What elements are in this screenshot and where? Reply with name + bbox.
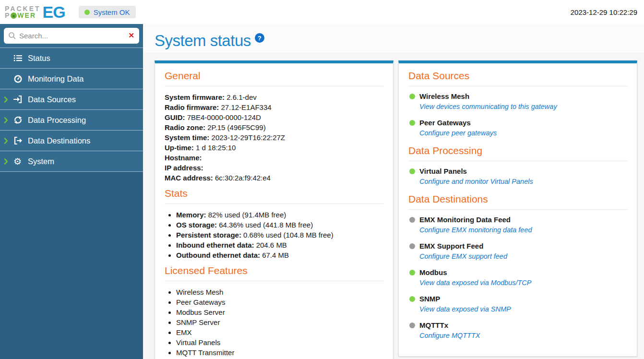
general-panel: General System firmware: 2.6.1-dev Radio… [155,60,394,359]
clear-search-icon[interactable]: ✕ [128,31,134,40]
service-entry: MQTTTx Configure MQTTTX [409,321,627,340]
sidebar-item-status[interactable]: Status [0,48,143,69]
service-name: MQTTTx [419,321,480,330]
list-item: Outbound ethernet data: 67.4 MB [176,250,383,260]
licensed-features-list: Wireless Mesh Peer Gateways Modbus Serve… [165,287,383,358]
sidebar-item-label: System [28,157,54,166]
field-row: Hostname: [165,153,383,163]
status-dot-icon [409,94,415,99]
service-entry: Modbus View data exposed via Modbus/TCP [409,268,627,287]
service-entry: EMX Support Feed Configure EMX support f… [409,242,627,261]
service-name: EMX Support Feed [419,242,507,251]
service-entry: Peer Gateways Configure peer gateways [409,119,627,137]
sidebar-item-data-processing[interactable]: Data Processing [0,110,143,131]
status-dot-icon [409,243,415,249]
sidebar-item-monitoring-data[interactable]: Monitoring Data [0,69,143,89]
sign-in-icon [13,95,28,104]
system-ok-badge[interactable]: System OK [79,6,136,18]
sidebar-item-label: Data Sources [28,95,76,104]
search-box: ✕ [4,28,139,44]
status-dot-icon [409,168,415,174]
sidebar-item-system[interactable]: ⚙ System [0,151,143,172]
field-row: MAC address: 6c:30:2a:f9:42:e4 [165,173,383,183]
sidebar-item-data-destinations[interactable]: Data Destinations [0,131,143,151]
service-link[interactable]: View data exposed via Modbus/TCP [419,279,531,287]
sidebar-nav: Status Monitoring Data Data [0,48,143,172]
status-dot-icon [409,270,415,275]
chevron-right-icon [4,158,13,165]
service-entry: SNMP View data exposed via SNMP [409,295,627,313]
main-content: System status ? General System firmware:… [143,24,644,359]
logo-product-text: EG [43,3,65,22]
logo-packet-text: PACKET [5,5,41,12]
chevron-right-icon [4,96,13,103]
field-row: System time: 2023-12-29T16:22:27Z [165,132,383,143]
list-item: MQTT Transmitter [176,347,383,358]
gear-icon: ⚙ [13,157,28,166]
field-row: System firmware: 2.6.1-dev [165,92,383,102]
status-dot-icon [409,296,415,302]
globe-icon [11,12,17,19]
sidebar-item-label: Monitoring Data [28,74,83,84]
app-logo[interactable]: PACKET PWER EG [5,3,65,22]
service-link[interactable]: Configure EMX support feed [419,252,507,260]
help-icon[interactable]: ? [255,33,264,43]
logo-power-text: P [5,12,10,19]
status-dot-icon [409,217,415,223]
list-item: OS storage: 64.36% used (441.8 MB free) [176,220,383,230]
search-input[interactable] [4,28,139,44]
sidebar-item-label: Status [28,54,50,63]
list-item: Peer Gateways [176,297,383,307]
service-entry: Virtual Panels Configure and monitor Vir… [409,167,627,186]
list-item: SNMP Server [176,317,383,327]
service-name: SNMP [419,295,511,303]
service-name: Wireless Mesh [419,92,557,101]
search-icon [8,32,16,42]
list-item: Persistent storage: 0.68% used (104.8 MB… [176,230,383,240]
service-name: Modbus [419,268,531,277]
list-icon [13,54,28,62]
clock: 2023-12-29 10:22:29 [571,8,637,16]
sidebar: ✕ Status Monitoring Data [0,24,143,359]
field-row: Radio zone: 2P.15 (496F5C99) [165,122,383,132]
field-row: Up-time: 1 d 18:25:10 [165,143,383,153]
list-item: Memory: 82% used (91.4MB free) [176,210,383,220]
list-item: Virtual Panels [176,337,383,347]
field-row: IP address: [165,163,383,173]
gauge-icon [13,74,28,84]
service-link[interactable]: View devices communicating to this gatew… [419,103,557,110]
section-heading-data-destinations: Data Destinations [408,193,627,205]
sidebar-item-label: Data Destinations [28,136,90,145]
section-heading-stats: Stats [165,188,383,199]
sidebar-filler [0,172,143,359]
sidebar-item-data-sources[interactable]: Data Sources [0,89,143,110]
service-link[interactable]: View data exposed via SNMP [419,305,511,313]
chevron-right-icon [4,138,13,144]
service-name: Peer Gateways [419,119,497,127]
field-row: GUID: 7BE4-0000-0000-124D [165,112,383,122]
service-link[interactable]: Configure and monitor Virtual Panels [419,178,533,185]
service-link[interactable]: Configure MQTTTX [419,332,480,339]
stats-list: Memory: 82% used (91.4MB free) OS storag… [165,210,383,260]
list-item: Modbus Server [176,307,383,317]
service-link[interactable]: Configure EMX monitoring data feed [419,226,532,234]
service-link[interactable]: Configure peer gateways [419,129,497,137]
section-heading-data-processing: Data Processing [408,145,627,156]
status-dot-icon [409,120,415,126]
top-header: PACKET PWER EG System OK 2023-12-29 10:2… [0,0,644,24]
status-ok-dot-icon [84,10,90,15]
field-row: Radio firmware: 27.12-E1AF334 [165,102,383,112]
services-status-panel: Data Sources Wireless Mesh View devices … [398,60,637,357]
section-heading-licensed-features: Licensed Features [165,265,383,276]
list-item: EMX [176,327,383,337]
list-item: Wireless Mesh [176,287,383,297]
app-root: PACKET PWER EG System OK 2023-12-29 10:2… [0,0,644,359]
list-item: Inbound ethernet data: 204.6 MB [176,240,383,250]
service-name: Virtual Panels [419,167,533,176]
service-name: EMX Monitoring Data Feed [419,215,532,224]
status-badge-label: System OK [94,8,130,16]
service-entry: Wireless Mesh View devices communicating… [409,92,627,111]
chevron-right-icon [4,117,13,123]
section-heading-data-sources: Data Sources [408,70,627,82]
sidebar-item-label: Data Processing [28,116,86,125]
